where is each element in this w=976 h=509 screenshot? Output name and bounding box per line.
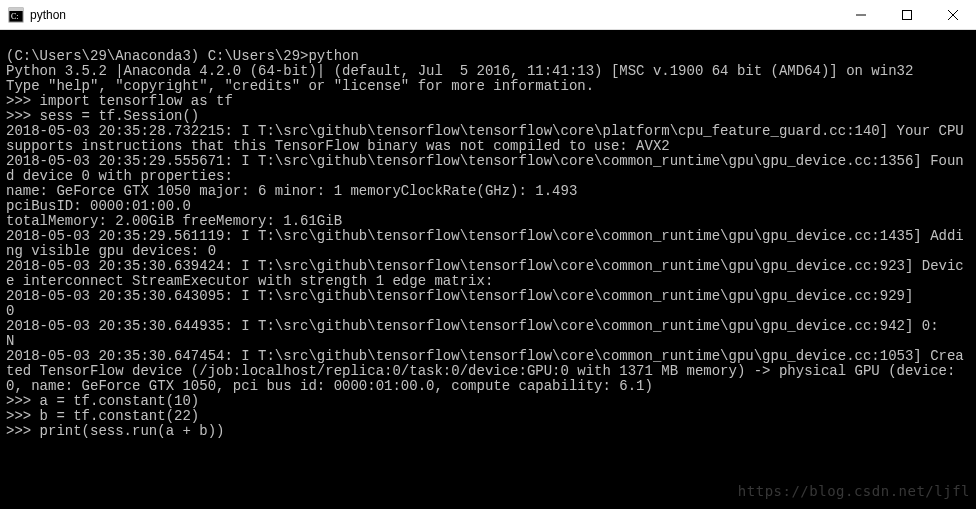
watermark-text: https://blog.csdn.net/ljfl xyxy=(738,484,970,499)
svg-text:C:: C: xyxy=(11,12,19,21)
svg-rect-1 xyxy=(9,8,23,11)
minimize-button[interactable] xyxy=(838,0,884,30)
svg-rect-4 xyxy=(903,11,912,20)
window-titlebar: C: python xyxy=(0,0,976,30)
window-title: python xyxy=(30,8,838,22)
terminal-area[interactable]: (C:\Users\29\Anaconda3) C:\Users\29>pyth… xyxy=(0,30,976,509)
maximize-button[interactable] xyxy=(884,0,930,30)
terminal-output: (C:\Users\29\Anaconda3) C:\Users\29>pyth… xyxy=(6,48,972,439)
close-button[interactable] xyxy=(930,0,976,30)
window-controls xyxy=(838,0,976,29)
app-icon: C: xyxy=(8,7,24,23)
